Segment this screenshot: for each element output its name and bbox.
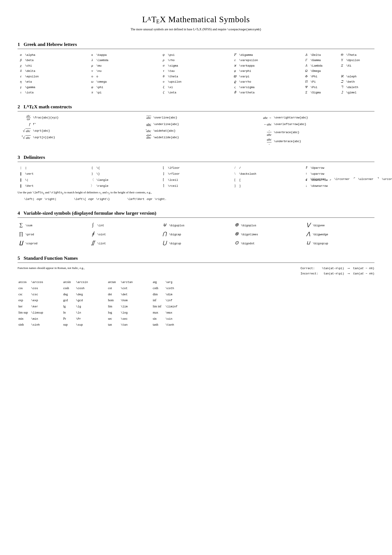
list-item: ⊔\bigsqcup bbox=[305, 239, 374, 247]
fn-incorrect-row: Incorrect: tan(at-n\pi) ⟶ tan(at − nπ) bbox=[300, 271, 374, 276]
list-item: ⋂\bigcap bbox=[161, 230, 231, 238]
list-item: arctan\arctan bbox=[107, 279, 150, 285]
list-item: Υ\Upsilon bbox=[339, 57, 374, 63]
list-item: ⊙\bigodot bbox=[233, 239, 303, 247]
list-item: ←abc \overleftarrow{abc} bbox=[258, 121, 374, 128]
list-item: abcxyz \frac{abc}{xyz} bbox=[18, 115, 134, 121]
list-item: ξ\xi bbox=[160, 84, 232, 90]
list-item: Θ\Theta bbox=[339, 52, 374, 58]
list-item: ⇑\Uparrow bbox=[303, 165, 374, 170]
list-item: ⌞\llcorner bbox=[303, 176, 327, 182]
section2-heading: 2 LATEX math constructs bbox=[18, 103, 374, 111]
fn-note: Function names should appear in Roman, n… bbox=[18, 266, 85, 270]
list-item: tan\tan bbox=[107, 322, 150, 327]
list-item: ∬\iint bbox=[89, 239, 159, 247]
list-item: ω\omega bbox=[89, 79, 160, 84]
list-item: ↑\uparrow bbox=[303, 171, 374, 176]
list-item: cot\cot bbox=[107, 286, 150, 291]
list-item: ε\varepsilon bbox=[232, 57, 303, 63]
list-item: ]] bbox=[232, 183, 303, 189]
list-item: coth\coth bbox=[152, 286, 195, 291]
delimiter-note: Use the pair \lefts1 and \rights2 to mat… bbox=[18, 190, 374, 195]
section3-num: 3 bbox=[18, 154, 20, 160]
list-item: cos\cos bbox=[18, 286, 61, 291]
list-item: α\alpha bbox=[18, 52, 89, 58]
section3-heading: 3 Delimiters bbox=[18, 153, 374, 162]
list-item: ∑\sum bbox=[18, 221, 87, 228]
list-item: ρ\rho bbox=[160, 57, 232, 63]
list-item: ζ\zeta bbox=[160, 90, 232, 95]
list-item: φ\phi bbox=[89, 84, 160, 90]
list-item: ν\nu bbox=[89, 68, 160, 73]
list-item: sinh\sinh bbox=[18, 322, 61, 327]
list-item: υ\upsilon bbox=[160, 79, 232, 84]
list-item: ϖ\varpi bbox=[232, 73, 303, 79]
list-item: log\log bbox=[107, 310, 150, 315]
list-item: \\backslash bbox=[232, 171, 303, 176]
list-item: ∫\int bbox=[89, 221, 159, 228]
functions-table: arccos\arccos arcsin\arcsin arctan\arcta… bbox=[18, 279, 374, 327]
list-item: lim\lim bbox=[107, 304, 150, 309]
list-item: δ\delta bbox=[18, 68, 89, 73]
delimiter-example-1: \left| expr \right| bbox=[24, 197, 57, 202]
list-item: arcsin\arcsin bbox=[62, 279, 106, 285]
list-item: Γ\Gamma bbox=[303, 57, 339, 63]
greek-col-2: κ\kappa λ\lambda μ\mu ν\nu oo ω\omega φ\… bbox=[89, 52, 160, 95]
list-item: f′ f' bbox=[18, 121, 134, 128]
list-item: lim inf\liminf bbox=[152, 304, 195, 309]
list-item: Δ\Delta bbox=[303, 52, 339, 58]
list-item: ⌋\rfloor bbox=[160, 171, 232, 176]
list-item: ⋁\bigvee bbox=[305, 221, 374, 228]
varsized-table: ∑\sum ∫\int ⊎\biguplus ⊕\bigoplus ⋁\bigv… bbox=[18, 221, 374, 247]
list-item: abc \underline{abc} bbox=[138, 121, 254, 128]
greek-table: α\alpha β\beta χ\chi δ\delta ε\epsilon η… bbox=[18, 52, 374, 95]
list-item: ker\ker bbox=[18, 304, 61, 309]
list-item: √abc \sqrt{abc} bbox=[18, 128, 134, 134]
list-item: η\eta bbox=[18, 79, 89, 84]
list-item: Pr\Pr bbox=[62, 316, 106, 321]
fn-correct-row: Correct: \tan(at-n\pi) ⟶ tan(at − nπ) bbox=[300, 266, 374, 271]
list-item: Ω\Omega bbox=[303, 68, 339, 73]
delimiter-example-2: \left\{ expr \right\} bbox=[74, 197, 110, 202]
list-item: deg\deg bbox=[62, 292, 106, 297]
list-item: ↓\downarrow bbox=[303, 183, 374, 189]
list-item: ⌢ abc \overbrace{abc} bbox=[258, 128, 374, 137]
greek-col-1: α\alpha β\beta χ\chi δ\delta ε\epsilon η… bbox=[18, 52, 89, 95]
list-item: φ\varphi bbox=[232, 68, 303, 73]
list-item: τ\tau bbox=[160, 68, 232, 73]
list-item: λ\lambda bbox=[89, 57, 160, 63]
list-item: ⌟\lrcorner bbox=[327, 176, 350, 182]
list-item: n√abc \sqrt[n]{abc} bbox=[18, 134, 134, 141]
list-item: ⊕\bigoplus bbox=[233, 221, 303, 228]
list-item: arccos\arccos bbox=[18, 279, 61, 285]
section4-num: 4 bbox=[18, 210, 20, 216]
list-item: Π\Pi bbox=[303, 79, 339, 84]
constructs-col-3: abc→ \overrightarrow{abc} ←abc \overleft… bbox=[258, 115, 374, 146]
list-item: abc \overline{abc} bbox=[138, 115, 254, 121]
list-item: Λ\Lambda bbox=[303, 63, 339, 68]
list-item bbox=[339, 68, 374, 73]
list-item: ℷ\gimel bbox=[339, 90, 374, 95]
list-item: lg\lg bbox=[62, 304, 106, 309]
list-item: χ\chi bbox=[18, 63, 89, 68]
list-item: ⌊\lfloor bbox=[160, 165, 232, 170]
list-item: ⌈\lceil bbox=[160, 177, 232, 183]
greek-col-4: Ϝ\digamma ε\varepsilon ϰ\varkappa φ\varp… bbox=[232, 52, 303, 95]
list-item: ⋀\bigwedge bbox=[305, 230, 374, 238]
list-item: Φ\Phi bbox=[303, 73, 339, 79]
list-item: arg\arg bbox=[152, 279, 195, 285]
list-item: ‖\| bbox=[18, 177, 89, 183]
list-item: inf\inf bbox=[152, 298, 195, 303]
list-item: ⋃\bigcup bbox=[161, 239, 231, 247]
list-item: ϑ\vartheta bbox=[232, 90, 303, 95]
list-item: ‖\vert bbox=[18, 171, 89, 176]
list-item: ∮\oint bbox=[89, 230, 159, 238]
list-item: θ\theta bbox=[160, 73, 232, 79]
list-item: abc ⌣ \underbrace{abc} bbox=[258, 137, 374, 146]
list-item: csc\csc bbox=[18, 292, 61, 297]
list-item: min\min bbox=[18, 316, 61, 321]
list-item: ℵ\aleph bbox=[339, 73, 374, 79]
list-item: // bbox=[232, 165, 303, 170]
list-item: det\det bbox=[107, 292, 150, 297]
list-item: oo bbox=[89, 73, 160, 79]
